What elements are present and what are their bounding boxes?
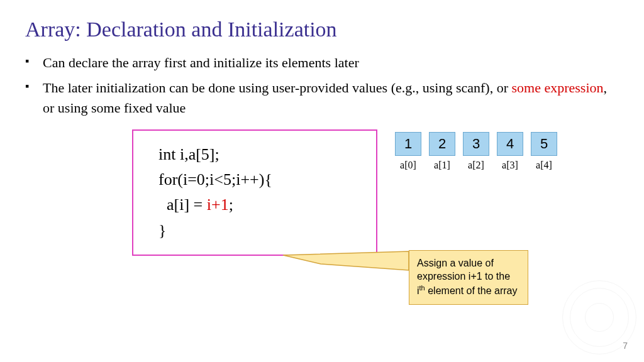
array-label-0: a[0] — [395, 160, 421, 171]
bullet-list: Can declare the array first and initiali… — [25, 53, 619, 118]
slide-title: Array: Declaration and Initialization — [25, 18, 619, 41]
bullet-2-pre: The later initialization can be done usi… — [43, 80, 512, 96]
slide: Array: Declaration and Initialization Ca… — [0, 0, 644, 362]
array-labels: a[0] a[1] a[2] a[3] a[4] — [395, 160, 557, 171]
page-number: 7 — [623, 341, 628, 351]
code-line-3: a[i] = i+1; — [158, 192, 351, 217]
array-label-1: a[1] — [429, 160, 455, 171]
code-line-3a: a[i] = — [158, 195, 207, 214]
array-cell-3: 4 — [497, 132, 523, 156]
bullet-2: The later initialization can be done usi… — [25, 78, 619, 118]
code-box: int i,a[5]; for(i=0;i<5;i++){ a[i] = i+1… — [132, 129, 377, 256]
array-visual: 1 2 3 4 5 a[0] a[1] a[2] a[3] a[4] — [395, 129, 557, 171]
code-line-2: for(i=0;i<5;i++){ — [158, 167, 351, 192]
code-line-3b: i+1 — [207, 195, 229, 214]
code-line-1: int i,a[5]; — [158, 142, 351, 167]
array-cell-2: 3 — [463, 132, 489, 156]
bullet-1: Can declare the array first and initiali… — [25, 53, 619, 73]
callout-box: Assign a value of expression i+1 to the … — [409, 250, 528, 305]
array-cell-4: 5 — [531, 132, 557, 156]
array-cells: 1 2 3 4 5 — [395, 132, 557, 156]
array-cell-1: 2 — [429, 132, 455, 156]
content-row: int i,a[5]; for(i=0;i<5;i++){ a[i] = i+1… — [25, 129, 619, 256]
array-label-2: a[2] — [463, 160, 489, 171]
array-label-4: a[4] — [531, 160, 557, 171]
bullet-2-emph: some expression — [512, 80, 604, 96]
code-line-4: } — [158, 218, 351, 243]
array-label-3: a[3] — [497, 160, 523, 171]
array-cell-0: 1 — [395, 132, 421, 156]
code-line-3c: ; — [229, 195, 233, 214]
callout-text-2: element of the array — [425, 285, 518, 296]
callout-sup: th — [419, 284, 425, 292]
